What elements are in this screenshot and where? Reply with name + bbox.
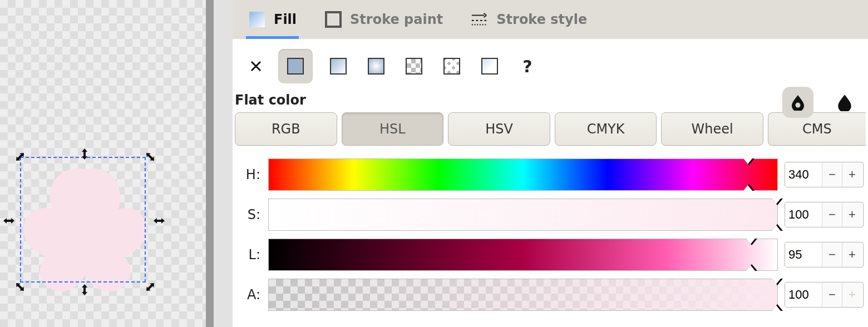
svg-rect-1 — [326, 12, 341, 27]
panel-tabs: Fill Stroke paint Stroke style — [233, 0, 868, 39]
slider-track-s[interactable] — [268, 199, 778, 231]
slider-row-lig: L: − + — [236, 235, 864, 275]
slider-label-h: H: — [236, 167, 262, 182]
color-mode-hsl[interactable]: HSL — [342, 112, 444, 146]
tab-fill-label: Fill — [274, 12, 297, 27]
x-icon — [250, 60, 262, 72]
slider-track-a[interactable] — [268, 279, 778, 311]
slider-track-h[interactable] — [268, 158, 778, 191]
eyedropper-hole-button[interactable] — [782, 87, 813, 118]
flat-color-icon — [287, 58, 304, 75]
tab-fill[interactable]: Fill — [246, 0, 299, 39]
spin-h-input[interactable] — [785, 162, 822, 187]
spin-h: − + — [785, 162, 864, 187]
paint-type-radial-gradient[interactable] — [364, 54, 388, 78]
pattern-icon-2 — [443, 58, 460, 75]
swatch-icon — [481, 58, 498, 75]
color-mode-cmyk-label: CMYK — [587, 121, 625, 137]
paint-type-heading: Flat color — [233, 91, 868, 112]
color-mode-row: RGB HSL HSV CMYK Wheel CMS — [233, 112, 868, 152]
spin-s: − + — [785, 202, 864, 227]
slider-track-l[interactable] — [268, 239, 778, 271]
spin-a-increment[interactable]: + — [842, 283, 862, 307]
svg-rect-0 — [249, 12, 265, 27]
spin-h-decrement[interactable]: − — [822, 162, 842, 187]
linear-gradient-icon — [330, 58, 347, 75]
spin-h-increment[interactable]: + — [842, 162, 862, 187]
stroke-style-icon — [471, 11, 489, 28]
color-mode-wheel-label: Wheel — [692, 121, 733, 137]
paint-type-row: ? — [233, 46, 868, 91]
paint-type-pattern-2[interactable] — [440, 54, 464, 78]
slider-row-sat: S: − + — [236, 195, 864, 235]
resize-handle-left[interactable] — [2, 214, 16, 227]
spin-a: − + — [785, 282, 864, 308]
slider-row-hue: H: − + — [236, 155, 864, 195]
panel-gutter — [214, 0, 233, 327]
paint-type-pattern[interactable] — [402, 54, 426, 78]
spin-a-decrement[interactable]: − — [822, 283, 842, 307]
pattern-icon — [406, 58, 422, 75]
tab-stroke-style-label: Stroke style — [496, 12, 587, 27]
radial-gradient-icon — [368, 58, 384, 75]
paint-type-unknown[interactable]: ? — [515, 54, 540, 78]
droplet-hole-icon — [790, 94, 806, 111]
paint-type-linear-gradient[interactable] — [326, 54, 351, 78]
canvas-area[interactable] — [0, 0, 206, 327]
spin-s-input[interactable] — [785, 202, 822, 227]
color-mode-cms-label: CMS — [802, 121, 832, 137]
color-mode-hsv-label: HSV — [485, 121, 513, 137]
stroke-paint-icon — [324, 11, 342, 28]
color-mode-cmyk[interactable]: CMYK — [555, 112, 657, 146]
svg-point-2 — [796, 103, 801, 108]
spin-l-input[interactable] — [785, 242, 822, 267]
selected-object[interactable] — [6, 142, 161, 311]
paint-type-none[interactable] — [247, 54, 265, 78]
fill-stroke-panel: Fill Stroke paint Stroke style — [233, 0, 868, 327]
resize-handle-bottom[interactable] — [78, 283, 91, 296]
slider-row-alpha: A: − + — [236, 275, 864, 315]
eyedropper-button[interactable] — [829, 87, 860, 118]
tab-stroke-style[interactable]: Stroke style — [468, 0, 589, 39]
droplet-icon — [836, 93, 854, 111]
resize-handle-right[interactable] — [152, 214, 166, 227]
panel-divider — [206, 0, 214, 327]
spin-a-input[interactable] — [785, 283, 822, 307]
fill-icon — [248, 11, 266, 28]
color-mode-hsl-label: HSL — [379, 121, 406, 137]
spin-l-decrement[interactable]: − — [822, 242, 842, 267]
color-mode-hsv[interactable]: HSV — [448, 112, 550, 146]
color-mode-rgb[interactable]: RGB — [235, 112, 337, 146]
spin-s-decrement[interactable]: − — [822, 202, 842, 227]
spin-l-increment[interactable]: + — [842, 242, 862, 267]
question-icon: ? — [522, 57, 532, 76]
color-mode-rgb-label: RGB — [272, 121, 300, 137]
spin-l: − + — [785, 242, 864, 267]
spin-s-increment[interactable]: + — [842, 202, 862, 227]
tab-stroke-paint[interactable]: Stroke paint — [322, 0, 445, 39]
color-mode-wheel[interactable]: Wheel — [661, 112, 763, 146]
tab-stroke-paint-label: Stroke paint — [350, 12, 443, 27]
paint-type-flat[interactable] — [278, 49, 313, 83]
slider-label-s: S: — [236, 207, 262, 222]
slider-label-a: A: — [236, 287, 262, 303]
paint-type-swatch[interactable] — [477, 54, 502, 78]
selection-bounding-box — [20, 157, 146, 283]
resize-handle-top[interactable] — [78, 147, 91, 161]
slider-label-l: L: — [236, 247, 262, 262]
